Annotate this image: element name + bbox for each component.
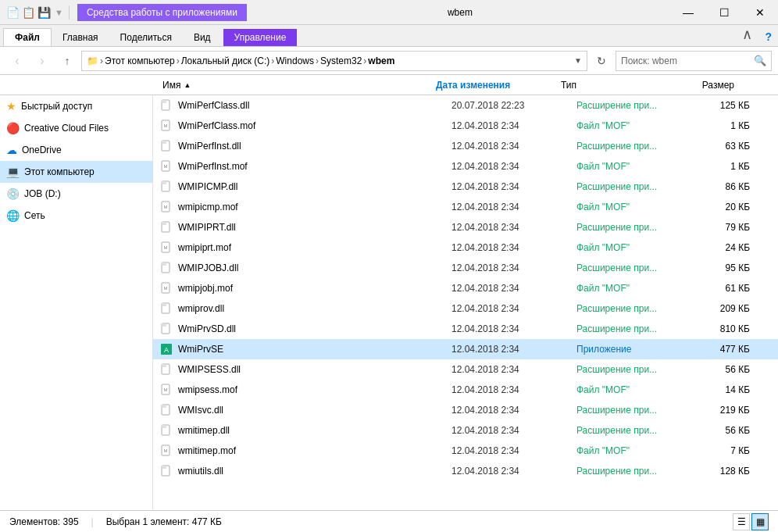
file-row-icon [159, 302, 173, 316]
breadcrumb-sep2: › [271, 55, 274, 66]
file-size: 24 КБ [678, 242, 756, 253]
refresh-button[interactable]: ↻ [591, 50, 612, 72]
svg-rect-27 [162, 364, 166, 367]
title-bar: 📄 📋 💾 ▼ Средства работы с приложениями w… [0, 0, 778, 25]
close-button[interactable]: ✕ [742, 0, 778, 25]
table-row[interactable]: AWmiPrvSE12.04.2018 2:34Приложение477 КБ [153, 339, 778, 359]
title-icons: 📄 📋 💾 ▼ [6, 5, 73, 20]
file-type: Расширение при... [576, 100, 678, 111]
creative-cloud-icon: 🔴 [6, 122, 20, 134]
up-button[interactable]: ↑ [56, 50, 78, 72]
svg-text:M: M [164, 164, 168, 169]
file-row-icon [159, 220, 173, 234]
breadcrumb-computer[interactable]: Этот компьютер [105, 55, 175, 66]
window-title: wbem [250, 7, 670, 18]
file-date: 12.04.2018 2:34 [451, 384, 576, 395]
table-row[interactable]: Mwmipiprt.mof12.04.2018 2:34Файл "MOF"24… [153, 237, 778, 258]
table-row[interactable]: wmiutils.dll12.04.2018 2:34Расширение пр… [153, 461, 778, 481]
file-size: 61 КБ [678, 283, 756, 294]
search-box[interactable]: 🔍 [616, 51, 772, 71]
file-row-icon [159, 403, 173, 417]
breadcrumb-bar[interactable]: 📁 › Этот компьютер › Локальный диск (C:)… [81, 51, 587, 71]
file-name: WmiPerfInst.mof [178, 161, 451, 172]
sidebar-label-computer: Этот компьютер [24, 166, 95, 177]
breadcrumb-system32[interactable]: System32 [320, 55, 362, 66]
col-date[interactable]: Дата изменения [433, 80, 558, 91]
sidebar-item-this-computer[interactable]: 💻 Этот компьютер [0, 161, 152, 183]
back-button[interactable]: ‹ [6, 50, 28, 72]
col-size[interactable]: Размер [659, 80, 737, 91]
sidebar-item-quick-access[interactable]: ★ Быстрый доступ [0, 95, 152, 117]
breadcrumb-sep1: › [177, 55, 180, 66]
table-row[interactable]: Mwmitimep.mof12.04.2018 2:34Файл "MOF"7 … [153, 441, 778, 461]
table-row[interactable]: Mwmipjobj.mof12.04.2018 2:34Файл "MOF"61… [153, 278, 778, 298]
file-type: Расширение при... [576, 323, 678, 334]
file-row-icon: M [159, 159, 173, 173]
file-size: 7 КБ [678, 445, 756, 456]
sidebar-item-creative-cloud[interactable]: 🔴 Creative Cloud Files [0, 117, 152, 139]
view-list-button[interactable]: ▦ [751, 513, 769, 530]
sidebar-label-network: Сеть [24, 210, 45, 221]
file-type: Расширение при... [576, 222, 678, 233]
tab-share[interactable]: Поделиться [109, 29, 183, 46]
file-row-icon: A [159, 342, 173, 356]
ribbon-collapse-btn[interactable]: ∧ [736, 23, 758, 46]
table-row[interactable]: wmitimep.dll12.04.2018 2:34Расширение пр… [153, 420, 778, 441]
file-name: WMIPJOBJ.dll [178, 262, 451, 273]
file-size: 56 КБ [678, 364, 756, 375]
breadcrumb-disk[interactable]: Локальный диск (C:) [181, 55, 270, 66]
col-name[interactable]: Имя ▲ [159, 80, 433, 91]
sidebar-item-onedrive[interactable]: ☁ OneDrive [0, 139, 152, 161]
file-list[interactable]: WmiPerfClass.dll20.07.2018 22:23Расширен… [153, 95, 778, 510]
table-row[interactable]: wmiprov.dll12.04.2018 2:34Расширение при… [153, 298, 778, 319]
file-name: wmiutils.dll [178, 466, 451, 477]
forward-button[interactable]: › [31, 50, 53, 72]
minimize-button[interactable]: — [670, 0, 706, 25]
context-tab-label[interactable]: Средства работы с приложениями [77, 4, 247, 21]
file-date: 12.04.2018 2:34 [451, 425, 576, 436]
tab-view[interactable]: Вид [183, 29, 222, 46]
sidebar-item-job-drive[interactable]: 💿 JOB (D:) [0, 183, 152, 205]
breadcrumb-windows[interactable]: Windows [276, 55, 314, 66]
file-type: Файл "MOF" [576, 283, 678, 294]
view-details-button[interactable]: ☰ [733, 513, 750, 530]
table-row[interactable]: MWmiPerfClass.mof12.04.2018 2:34Файл "MO… [153, 116, 778, 136]
table-row[interactable]: WmiPerfInst.dll12.04.2018 2:34Расширение… [153, 136, 778, 156]
file-date: 12.04.2018 2:34 [451, 323, 576, 334]
sidebar-item-network[interactable]: 🌐 Сеть [0, 205, 152, 227]
table-row[interactable]: Mwmipsess.mof12.04.2018 2:34Файл "MOF"14… [153, 380, 778, 400]
file-size: 128 КБ [678, 466, 756, 477]
table-row[interactable]: WmiPerfClass.dll20.07.2018 22:23Расширен… [153, 95, 778, 116]
main-area: ★ Быстрый доступ 🔴 Creative Cloud Files … [0, 95, 778, 510]
table-row[interactable]: Mwmipicmp.mof12.04.2018 2:34Файл "MOF"20… [153, 197, 778, 217]
tab-file[interactable]: Файл [3, 28, 52, 46]
svg-text:A: A [164, 346, 169, 354]
file-date: 12.04.2018 2:34 [451, 466, 576, 477]
table-row[interactable]: WMIPSESS.dll12.04.2018 2:34Расширение пр… [153, 359, 778, 380]
search-icon[interactable]: 🔍 [754, 55, 766, 66]
file-type: Расширение при... [576, 262, 678, 273]
table-row[interactable]: MWmiPerfInst.mof12.04.2018 2:34Файл "MOF… [153, 156, 778, 177]
search-input[interactable] [621, 55, 751, 66]
svg-rect-21 [162, 303, 166, 306]
file-row-icon [159, 180, 173, 194]
computer-icon: 💻 [6, 166, 20, 178]
file-type: Файл "MOF" [576, 242, 678, 253]
tab-manage[interactable]: Управление [223, 29, 298, 46]
help-btn[interactable]: ? [758, 27, 778, 46]
table-row[interactable]: WMIPIPRT.dll12.04.2018 2:34Расширение пр… [153, 217, 778, 237]
tab-home[interactable]: Главная [52, 29, 109, 46]
svg-text:M: M [164, 448, 168, 453]
file-type: Расширение при... [576, 425, 678, 436]
file-size: 63 КБ [678, 141, 756, 152]
breadcrumb-current[interactable]: wbem [368, 55, 394, 66]
breadcrumb-dropdown[interactable]: ▼ [574, 56, 582, 65]
table-row[interactable]: WMIsvc.dll12.04.2018 2:34Расширение при.… [153, 400, 778, 420]
file-name: wmipiprt.mof [178, 242, 451, 253]
table-row[interactable]: WMIPICMP.dll12.04.2018 2:34Расширение пр… [153, 177, 778, 197]
dropdown-arrow[interactable]: ▼ [55, 8, 63, 17]
table-row[interactable]: WmiPrvSD.dll12.04.2018 2:34Расширение пр… [153, 319, 778, 339]
col-type[interactable]: Тип [558, 80, 659, 91]
maximize-button[interactable]: ☐ [706, 0, 742, 25]
table-row[interactable]: WMIPJOBJ.dll12.04.2018 2:34Расширение пр… [153, 258, 778, 278]
